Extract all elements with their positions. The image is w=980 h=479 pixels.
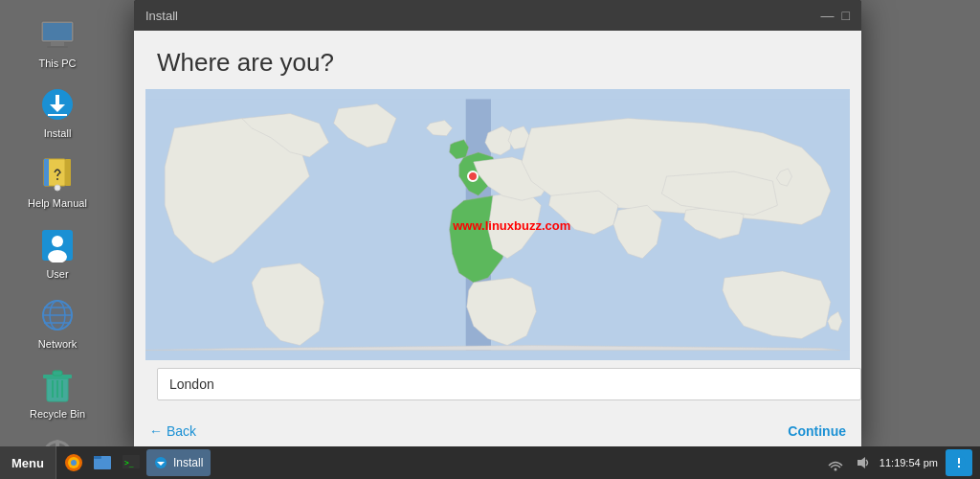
desktop-icon-network-label: Network (38, 338, 77, 351)
svg-rect-7 (48, 114, 67, 116)
taskbar-volume-tray-icon[interactable] (853, 453, 872, 472)
help-manual-icon (38, 155, 77, 194)
dialog-content: Where are you? (134, 31, 861, 446)
desktop-icon-help-manual-label: Help Manual (28, 197, 87, 210)
svg-rect-3 (47, 46, 68, 48)
taskbar-notification-icon[interactable] (946, 449, 972, 476)
taskbar-firefox-icon[interactable] (60, 449, 87, 476)
svg-rect-25 (53, 371, 62, 376)
svg-rect-9 (65, 159, 71, 186)
svg-point-46 (834, 468, 836, 471)
svg-point-12 (56, 178, 58, 180)
taskbar-files-icon[interactable] (89, 449, 116, 476)
install-dialog: Install — □ Where are you? (134, 0, 861, 446)
recycle-bin-icon (38, 366, 77, 404)
svg-rect-49 (958, 458, 960, 464)
svg-rect-50 (958, 466, 960, 468)
svg-rect-1 (43, 23, 72, 40)
taskbar-clock[interactable]: 11:19:54 pm (880, 457, 938, 468)
desktop-icon-network[interactable]: Network (14, 290, 100, 356)
taskbar-window-icon (154, 456, 167, 469)
svg-point-39 (71, 460, 77, 466)
desktop-icon-recycle-bin[interactable]: Recycle Bin (14, 360, 100, 426)
desktop-icon-install[interactable]: Install (14, 80, 100, 146)
svg-rect-41 (94, 456, 101, 459)
dialog-controls: — □ (821, 9, 850, 22)
svg-point-11 (55, 185, 60, 191)
user-icon (38, 226, 77, 264)
svg-point-21 (43, 301, 72, 330)
taskbar-window-label: Install (173, 456, 203, 469)
map-container[interactable]: www.linuxbuzz.com (145, 89, 850, 360)
location-row (134, 360, 861, 418)
install-icon (38, 85, 77, 124)
network-icon (38, 296, 77, 334)
this-pc-icon (38, 15, 77, 54)
dialog-title: Install (145, 9, 178, 23)
desktop-icon-this-pc[interactable]: This PC (14, 10, 100, 76)
dialog-titlebar: Install — □ (134, 0, 861, 31)
svg-point-14 (52, 236, 63, 247)
taskbar-network-tray-icon[interactable] (826, 453, 845, 472)
desktop-icon-this-pc-label: This PC (38, 57, 76, 70)
desktop-icon-recycle-bin-label: Recycle Bin (30, 408, 85, 421)
desktop: This PC Install (0, 0, 980, 479)
menu-button[interactable]: Menu (0, 446, 56, 479)
maximize-button[interactable]: □ (842, 9, 850, 22)
desktop-icon-user-label: User (46, 268, 68, 281)
location-input[interactable] (157, 368, 861, 400)
taskbar-window-install[interactable]: Install (146, 449, 211, 476)
desktop-icons: This PC Install (0, 0, 115, 479)
world-map (145, 89, 850, 360)
continue-button[interactable]: Continue (788, 423, 846, 439)
location-pin (467, 171, 479, 182)
dialog-header: Where are you? (134, 31, 861, 89)
taskbar-right: 11:19:54 pm (818, 446, 980, 479)
svg-marker-47 (858, 457, 865, 468)
svg-rect-2 (51, 42, 64, 46)
footer-nav-row: ← Back Continue (134, 418, 861, 446)
desktop-icon-user[interactable]: User (14, 220, 100, 286)
minimize-button[interactable]: — (821, 9, 835, 22)
desktop-icon-help-manual[interactable]: Help Manual (14, 149, 100, 216)
dialog-heading: Where are you? (157, 48, 838, 78)
taskbar-apps: >_ Install (56, 446, 818, 479)
desktop-icon-install-label: Install (44, 127, 72, 140)
back-button[interactable]: ← Back (149, 423, 196, 439)
taskbar: Menu >_ (0, 446, 980, 479)
svg-text:>_: >_ (124, 459, 134, 468)
svg-rect-10 (44, 159, 49, 186)
taskbar-terminal-icon[interactable]: >_ (118, 449, 145, 476)
